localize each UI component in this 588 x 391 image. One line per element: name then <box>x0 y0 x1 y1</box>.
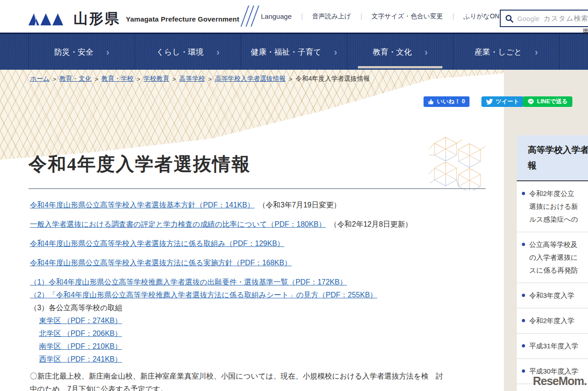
sidebar-item-r2-covid[interactable]: 令和2年度公立 選抜における新 ルス感染症への <box>517 181 588 232</box>
svg-text:LINE: LINE <box>529 101 533 102</box>
pdf-link-north-district[interactable]: 北学区 （PDF：206KB） <box>39 330 122 337</box>
sidebar-list: 令和2年度公立 選抜における新 ルス感染症への 公立高等学校及 の入学者選抜に … <box>517 181 588 391</box>
facebook-like-button[interactable]: いいね！ 0 <box>424 96 469 107</box>
nav-tab-sangyo-shigoto[interactable]: 産業・しごと › <box>453 34 560 70</box>
furigana-toggle-link[interactable]: ふりがなON <box>464 12 499 21</box>
sidebar-item-prevention[interactable]: 公立高等学校及 の入学者選抜に スに係る再発防 <box>517 232 588 283</box>
pdf-link-sheet-mikata[interactable]: （2）「令和4年度山形県公立高等学校推薦入学者選抜方法に係る取組みシート」の見方… <box>30 291 377 299</box>
facebook-like-label: いいね！ 0 <box>437 98 465 106</box>
breadcrumb-separator: > <box>137 76 141 83</box>
nav-tab-label: 防災・安全 <box>54 47 93 57</box>
breadcrumb-current: 令和4年度入学者選抜情報 <box>295 75 370 83</box>
pdf-link-suisen-ichiran[interactable]: （1）令和4年度山形県公立高等学校推薦入学者選抜の出願要件・選抜基準一覧（PDF… <box>30 278 347 286</box>
utility-row: Language ｜ 音声読み上げ ｜ 文字サイズ・色合い変更 ｜ ふりがなON <box>261 0 499 33</box>
thumbs-up-icon <box>428 99 434 105</box>
title-divider <box>28 188 486 189</box>
pdf-link-torikumi[interactable]: 令和4年度山形県公立高等学校入学者選抜方法に係る取組み（PDF：129KB） <box>30 240 284 247</box>
watermark-text: ReseMom. <box>533 374 587 387</box>
link-note: （令和3年7月19日変更） <box>258 201 341 209</box>
chevron-right-icon: › <box>216 47 220 57</box>
twitter-bird-icon <box>486 99 493 105</box>
separator: ｜ <box>358 12 365 21</box>
pdf-link-west-district[interactable]: 西学区 （PDF：241KB） <box>39 355 122 363</box>
top-bar: 山形県 Yamagata Prefecture Government Langu… <box>0 0 588 33</box>
pdf-link-ratio[interactable]: 一般入学者選抜における調査書の評定と学力検査の成績の比率について（PDF：180… <box>30 220 326 228</box>
nav-tab-kyoiku-bunka[interactable]: 教育・文化 › <box>347 34 453 70</box>
plain-list-item: （3）各公立高等学校の取組 <box>30 303 494 312</box>
search-placeholder: カスタム検索 <box>543 14 588 23</box>
sidebar-senbatsu-joho: 高等学校入学者選抜情 報 令和2年度公立 選抜における新 ルス感染症への 公立高… <box>517 135 588 391</box>
separator: ｜ <box>299 12 305 21</box>
prefecture-logo[interactable]: 山形県 Yamagata Prefecture Government <box>28 9 239 28</box>
pdf-link-east-district[interactable]: 東学区 （PDF：274KB） <box>39 317 122 324</box>
line-share-button[interactable]: LINE LINEで送る <box>523 96 572 107</box>
nav-tab-label: くらし・環境 <box>156 47 204 57</box>
search-brand-label: Google <box>517 15 539 22</box>
global-nav: 防災・安全 › くらし・環境 › 健康・福祉・子育て › 教育・文化 › 産業・… <box>0 33 588 70</box>
prefecture-name: 山形県 <box>74 9 120 28</box>
language-link[interactable]: Language <box>261 12 292 20</box>
link-note: （令和2年12月8日更新） <box>330 220 413 228</box>
pdf-link-jisshi-hoshin[interactable]: 令和4年度山形県公立高等学校入学者選抜方法に係る実施方針（PDF：168KB） <box>30 259 292 267</box>
sidebar-item-r3[interactable]: 令和3年度入学 <box>517 283 588 308</box>
update-date-fragment: 更 <box>582 28 588 36</box>
tweet-button[interactable]: ツイート <box>481 96 524 107</box>
line-bubble-icon: LINE <box>527 98 534 105</box>
chevron-right-icon: › <box>334 47 337 57</box>
breadcrumb: ホーム > 教育・文化 > 教育・学校 > 学校教育 > 高等学校 > 高等学校… <box>30 75 370 83</box>
text-size-color-link[interactable]: 文字サイズ・色合い変更 <box>372 12 443 21</box>
breadcrumb-separator: > <box>208 76 212 83</box>
breadcrumb-kyoiku-gakko[interactable]: 教育・学校 <box>102 75 134 83</box>
voice-readout-link[interactable]: 音声読み上げ <box>312 12 351 21</box>
line-share-label: LINEで送る <box>537 98 568 106</box>
chevron-right-icon: › <box>424 47 428 57</box>
nav-tab-bousai-anzen[interactable]: 防災・安全 › <box>28 34 135 70</box>
slashes-decoration-icon <box>241 6 260 28</box>
chevron-right-icon: › <box>535 47 538 57</box>
breadcrumb-separator: > <box>95 76 98 83</box>
main-column: ホーム > 教育・文化 > 教育・学校 > 学校教育 > 高等学校 > 高等学校… <box>0 70 504 391</box>
document-links: 令和4年度山形県公立高等学校入学者選抜基本方針（PDF：141KB） （令和3年… <box>30 201 494 391</box>
chevron-right-icon: › <box>106 47 109 57</box>
breadcrumb-senbatsu-joho[interactable]: 高等学校入学者選抜情報 <box>215 75 286 83</box>
breadcrumb-kyoiku-bunka[interactable]: 教育・文化 <box>59 75 91 83</box>
mountains-logo-icon <box>28 11 67 26</box>
notice-paragraph: 〇新庄北最上校、新庄南金山校、新庄神室産業真室川校、小国については、現在、小規模… <box>30 370 494 391</box>
nav-tab-label: 産業・しごと <box>475 47 522 57</box>
sidebar-item-r2[interactable]: 令和2年度入学 <box>517 308 588 334</box>
separator: ｜ <box>450 12 457 21</box>
social-share-row: いいね！ 0 ツイート LINE LINEで送る <box>0 96 504 108</box>
resemom-watermark: リセマム ReseMom. <box>533 372 587 387</box>
hexagon-pattern-decoration <box>427 135 487 190</box>
search-icon <box>505 14 514 23</box>
nav-tab-kurashi-kankyo[interactable]: くらし・環境 › <box>135 34 241 70</box>
sidebar-title[interactable]: 高等学校入学者選抜情 報 <box>517 135 588 181</box>
breadcrumb-separator: > <box>289 76 293 83</box>
nav-tab-kenko-fukushi[interactable]: 健康・福祉・子育て › <box>241 34 347 70</box>
breadcrumb-separator: > <box>172 76 176 83</box>
breadcrumb-separator: > <box>53 76 57 83</box>
search-input[interactable]: Google カスタム検索 <box>500 10 588 27</box>
pdf-link-basic-policy[interactable]: 令和4年度山形県公立高等学校入学者選抜基本方針（PDF：141KB） <box>30 201 254 209</box>
sidebar-item-h31[interactable]: 平成31年度入学 <box>517 334 588 359</box>
tweet-label: ツイート <box>496 98 519 106</box>
nav-tab-label: 教育・文化 <box>373 47 412 57</box>
page-title: 令和4年度入学者選抜情報 <box>28 151 251 177</box>
nav-tab-label: 健康・福祉・子育て <box>251 47 321 57</box>
page: 山形県 Yamagata Prefecture Government Langu… <box>0 0 588 391</box>
pdf-link-south-district[interactable]: 南学区 （PDF：210KB） <box>39 342 122 350</box>
breadcrumb-koto-gakko[interactable]: 高等学校 <box>179 75 205 83</box>
breadcrumb-home[interactable]: ホーム <box>30 75 50 83</box>
government-name: Yamagata Prefecture Government <box>126 15 239 23</box>
breadcrumb-gakko-kyoiku[interactable]: 学校教育 <box>143 75 169 83</box>
